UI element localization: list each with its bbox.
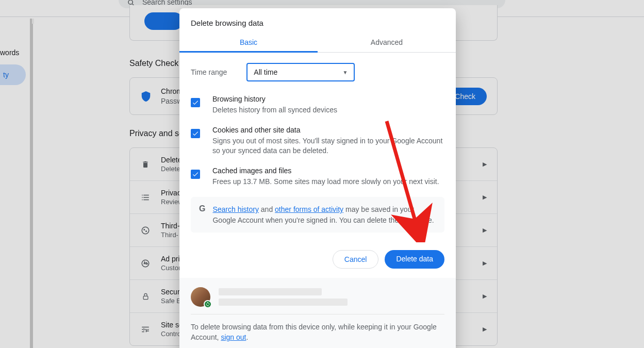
other-activity-link[interactable]: other forms of activity [275,205,343,213]
check-icon [192,99,199,106]
google-icon: G [199,204,205,213]
tab-advanced[interactable]: Advanced [318,32,456,53]
google-account-info: G Search history and other forms of acti… [191,197,444,233]
chevron-down-icon: ▼ [342,70,348,75]
cookies-option-desc: Signs you out of most sites. You'll stay… [212,136,444,156]
search-history-link[interactable]: Search history [212,205,258,213]
check-icon [192,130,199,137]
history-option-title: Browsing history [212,95,337,103]
history-option-desc: Deletes history from all synced devices [212,105,337,115]
account-info-redacted [219,288,444,306]
cancel-button[interactable]: Cancel [333,250,379,269]
tab-basic[interactable]: Basic [179,32,318,53]
checkbox-cache[interactable] [191,170,200,179]
cache-option-title: Cached images and files [212,167,439,175]
delete-data-button[interactable]: Delete data [385,250,444,269]
time-range-label: Time range [191,68,227,76]
delete-browsing-data-dialog: Delete browsing data Basic Advanced Time… [179,8,456,348]
avatar [191,287,210,307]
checkbox-browsing-history[interactable] [191,98,200,107]
dialog-title: Delete browsing data [179,8,456,32]
time-range-select[interactable]: All time ▼ [246,63,355,81]
check-icon [192,171,199,178]
sync-badge-icon [204,300,212,308]
checkbox-cookies[interactable] [191,129,200,138]
cache-option-desc: Frees up 13.7 MB. Some sites may load mo… [212,177,439,187]
sign-out-link[interactable]: sign out [221,333,246,341]
divider [191,314,444,314]
time-range-value: All time [254,68,277,76]
cookies-option-title: Cookies and other site data [212,126,444,134]
